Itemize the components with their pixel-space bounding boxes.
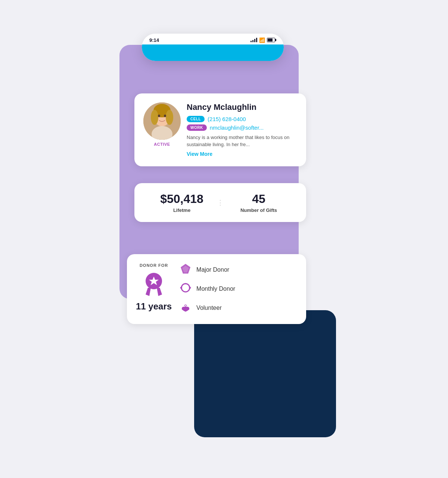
major-donor-row: Major Donor [179,263,297,277]
wifi-icon: 📶 [259,37,265,43]
donor-inner: DONOR FOR 11 years [136,263,297,315]
volunteer-label: Volunteer [196,305,222,311]
svg-point-5 [158,114,160,117]
work-email[interactable]: nmclaughlin@softer... [210,124,264,131]
award-icon [143,271,165,298]
main-scene: 9:14 📶 [112,34,336,445]
gifts-label: Number of Gifts [224,207,293,213]
contact-info: Nancy Mclaughlin CELL (215) 628-0400 WOR… [187,102,297,157]
contact-card: ACTIVE Nancy Mclaughlin CELL (215) 628-0… [134,93,306,166]
svg-point-4 [166,110,173,125]
cell-row: CELL (215) 628-0400 [187,116,297,122]
svg-point-3 [151,110,158,125]
svg-marker-14 [190,286,191,289]
volunteer-row: Volunteer [179,301,297,315]
contact-bio: Nancy is a working mother that likes to … [187,134,297,148]
recycle-icon [179,282,192,296]
donor-for-label: DONOR FOR [140,263,168,268]
volunteer-icon [179,301,192,315]
gifts-stat: 45 Number of Gifts [224,192,293,213]
avatar [143,102,181,140]
work-row: WORK nmclaughlin@softer... [187,124,297,131]
svg-point-6 [164,114,166,117]
monthly-donor-label: Monthly Donor [196,286,235,292]
donor-right: Major Donor Monthly Donor [179,263,297,315]
major-donor-label: Major Donor [196,266,229,273]
lifetime-label: Lifetme [147,207,216,213]
years-text: 11 years [136,301,172,312]
svg-marker-11 [157,288,162,296]
work-tag: WORK [187,124,207,131]
diamond-icon [179,263,192,277]
lifetime-stat: $50,418 Lifetme [147,192,216,213]
view-more-link[interactable]: View More [187,151,212,157]
stats-inner: $50,418 Lifetme 45 Number of Gifts [143,192,297,213]
cell-tag: CELL [187,116,205,122]
phone-header-bar [142,44,284,61]
svg-marker-15 [180,286,181,289]
active-badge: ACTIVE [154,142,170,147]
avatar-section: ACTIVE [143,102,181,157]
bg-navy-card [194,310,336,437]
stats-card: $50,418 Lifetme 45 Number of Gifts [134,183,306,222]
status-icons: 📶 [251,37,276,43]
contact-name: Nancy Mclaughlin [187,102,297,112]
status-time: 9:14 [149,37,159,43]
cell-phone[interactable]: (215) 628-0400 [208,116,246,122]
signal-icon [251,38,257,42]
svg-marker-10 [146,288,151,296]
phone-mockup: 9:14 📶 [142,34,284,61]
gifts-value: 45 [224,192,293,206]
donor-left: DONOR FOR 11 years [136,263,172,315]
battery-icon [267,38,276,42]
lifetime-value: $50,418 [147,192,216,206]
donor-card: DONOR FOR 11 years [127,254,306,324]
monthly-donor-row: Monthly Donor [179,282,297,296]
status-bar: 9:14 📶 [142,34,284,44]
